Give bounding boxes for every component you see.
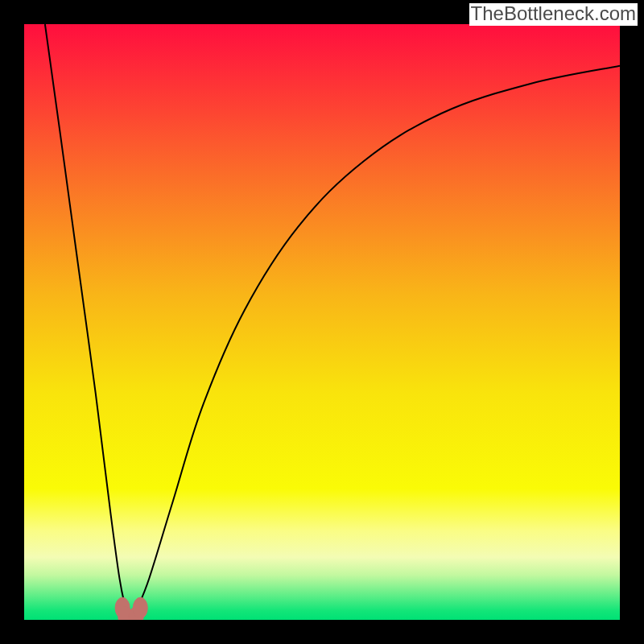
watermark-label: TheBottleneck.com: [469, 3, 638, 26]
svg-rect-0: [24, 24, 620, 620]
background-gradient: [24, 24, 620, 620]
chart-frame: TheBottleneck.com: [0, 0, 644, 644]
plot-area: [24, 24, 620, 620]
